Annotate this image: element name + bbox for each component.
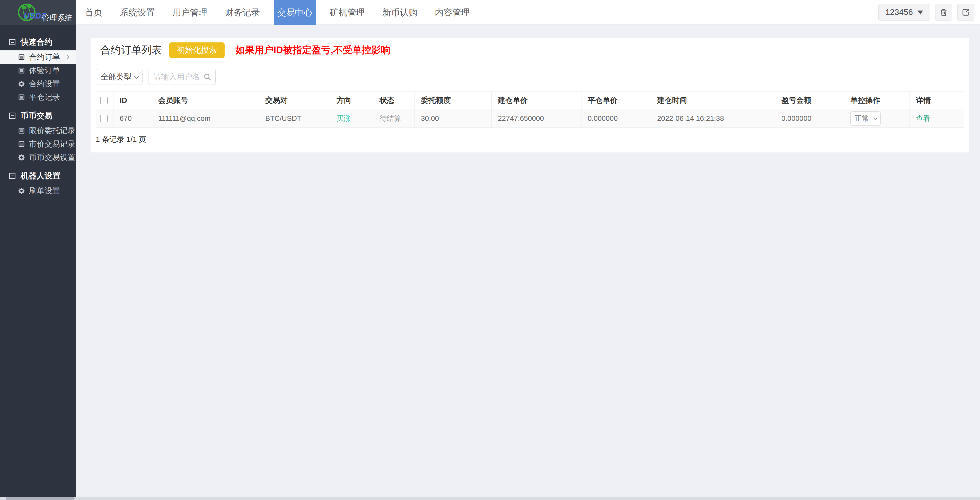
detail-link[interactable]: 查看 bbox=[916, 114, 930, 122]
gear-icon bbox=[18, 187, 25, 194]
sidebar-section-label: 机器人设置 bbox=[21, 170, 60, 181]
chevron-down-icon bbox=[874, 116, 877, 119]
cell-open_time: 2022-06-14 16:21:38 bbox=[651, 109, 775, 128]
column-header: 会员账号 bbox=[152, 92, 259, 109]
collapse-icon bbox=[9, 39, 16, 45]
sidebar-item-label: 平仓记录 bbox=[29, 92, 60, 103]
cell-direction: 买涨 bbox=[330, 109, 373, 128]
content-card: 合约订单列表 初始化搜索 如果用户ID被指定盈亏,不受单控影响 全部类型 ID会… bbox=[91, 38, 969, 152]
column-header: 方向 bbox=[330, 92, 373, 109]
sidebar-section: 快速合约合约订单›体验订单合约设置平仓记录 bbox=[0, 34, 76, 104]
sidebar-item-市价交易记录[interactable]: 市价交易记录 bbox=[0, 137, 76, 151]
sidebar-menu: 快速合约合约订单›体验订单合约设置平仓记录币币交易限价委托记录市价交易记录币币交… bbox=[0, 25, 76, 197]
cell-id: 670 bbox=[113, 109, 152, 128]
column-header: 建仓时间 bbox=[651, 92, 775, 109]
sidebar-item-label: 刷单设置 bbox=[29, 186, 60, 196]
filter-row: 全部类型 bbox=[91, 62, 969, 92]
cell-pair: BTC/USDT bbox=[259, 109, 330, 128]
sidebar-section-label: 币币交易 bbox=[21, 110, 52, 121]
sidebar-section-title[interactable]: 币币交易 bbox=[0, 108, 76, 124]
cell-profit: 0.000000 bbox=[775, 109, 844, 128]
sidebar-item-体验订单[interactable]: 体验订单 bbox=[0, 64, 76, 77]
control-select[interactable]: 正常 bbox=[850, 111, 881, 126]
sidebar-section: 币币交易限价委托记录市价交易记录币币交易设置 bbox=[0, 108, 76, 164]
top-nav-item[interactable]: 财务记录 bbox=[221, 0, 264, 25]
top-nav-item[interactable]: 交易中心 bbox=[274, 0, 316, 25]
collapse-icon bbox=[9, 113, 16, 119]
list-icon bbox=[18, 127, 25, 134]
scrollbar-thumb[interactable] bbox=[6, 497, 75, 500]
collapse-icon bbox=[9, 173, 16, 179]
topbar-actions: 123456 bbox=[878, 4, 974, 21]
cell-status: 待结算 bbox=[373, 109, 415, 128]
page-title: 合约订单列表 bbox=[100, 43, 162, 57]
trash-icon bbox=[939, 8, 948, 17]
column-header: 单控操作 bbox=[844, 92, 910, 109]
orders-table: ID会员账号交易对方向状态委托额度建仓单价平仓单价建仓时间盈亏金额单控操作详情 … bbox=[96, 92, 964, 128]
sidebar-item-label: 合约设置 bbox=[29, 79, 60, 89]
list-icon bbox=[18, 141, 25, 148]
orders-table-wrap: ID会员账号交易对方向状态委托额度建仓单价平仓单价建仓时间盈亏金额单控操作详情 … bbox=[96, 92, 964, 128]
control-select-value: 正常 bbox=[855, 114, 869, 124]
sidebar-item-限价委托记录[interactable]: 限价委托记录 bbox=[0, 124, 76, 137]
warning-text: 如果用户ID被指定盈亏,不受单控影响 bbox=[235, 44, 390, 57]
sidebar-item-label: 合约订单 bbox=[29, 52, 60, 62]
top-nav-item[interactable]: 用户管理 bbox=[169, 0, 211, 25]
column-header: 平仓单价 bbox=[581, 92, 651, 109]
type-select[interactable]: 全部类型 bbox=[96, 69, 143, 85]
top-bar: 首页系统设置用户管理财务记录交易中心矿机管理新币认购内容管理 123456 bbox=[76, 0, 980, 25]
sidebar-section-label: 快速合约 bbox=[21, 37, 52, 48]
sidebar-item-label: 体验订单 bbox=[29, 65, 60, 76]
sidebar-item-合约设置[interactable]: 合约设置 bbox=[0, 77, 76, 90]
trash-button[interactable] bbox=[935, 4, 952, 21]
cell-open_price: 22747.650000 bbox=[492, 109, 581, 128]
gear-icon bbox=[18, 81, 25, 87]
column-header: 建仓单价 bbox=[492, 92, 581, 109]
sidebar-section-title[interactable]: 快速合约 bbox=[0, 34, 76, 51]
type-select-value: 全部类型 bbox=[100, 72, 132, 82]
pagination-info: 1 条记录 1/1 页 bbox=[91, 128, 969, 152]
column-header: 详情 bbox=[910, 92, 964, 109]
app-name: 管理系统 bbox=[42, 13, 73, 24]
column-header: 交易对 bbox=[259, 92, 330, 109]
sidebar-item-label: 币币交易设置 bbox=[29, 152, 75, 163]
cell-detail_label: 查看 bbox=[910, 109, 964, 128]
status-text: 待结算 bbox=[380, 114, 401, 122]
column-header: 委托额度 bbox=[415, 92, 492, 109]
table-header-row: ID会员账号交易对方向状态委托额度建仓单价平仓单价建仓时间盈亏金额单控操作详情 bbox=[96, 92, 964, 109]
user-dropdown-label: 123456 bbox=[885, 8, 913, 17]
top-nav-item[interactable]: 矿机管理 bbox=[326, 0, 368, 25]
sidebar-item-合约订单[interactable]: 合约订单› bbox=[0, 51, 76, 64]
caret-down-icon bbox=[918, 11, 923, 14]
horizontal-scrollbar[interactable] bbox=[0, 497, 980, 500]
sidebar: USDZ 管理系统 快速合约合约订单›体验订单合约设置平仓记录币币交易限价委托记… bbox=[0, 0, 76, 500]
title-row: 合约订单列表 初始化搜索 如果用户ID被指定盈亏,不受单控影响 bbox=[91, 38, 969, 62]
sidebar-item-刷单设置[interactable]: 刷单设置 bbox=[0, 184, 76, 197]
logout-button[interactable] bbox=[957, 4, 974, 21]
cell-control_value: 正常 bbox=[844, 109, 910, 128]
search-icon bbox=[203, 73, 212, 81]
select-all-checkbox[interactable] bbox=[100, 97, 108, 104]
list-icon bbox=[18, 67, 25, 74]
search-box bbox=[148, 69, 216, 85]
cell-close_price: 0.000000 bbox=[581, 109, 651, 128]
top-nav-item[interactable]: 内容管理 bbox=[431, 0, 473, 25]
row-checkbox[interactable] bbox=[100, 115, 108, 122]
column-header: 状态 bbox=[373, 92, 415, 109]
user-dropdown-button[interactable]: 123456 bbox=[878, 4, 930, 21]
sidebar-item-币币交易设置[interactable]: 币币交易设置 bbox=[0, 151, 76, 164]
list-icon bbox=[18, 54, 25, 61]
column-header: 盈亏金额 bbox=[775, 92, 844, 109]
app-logo[interactable]: USDZ 管理系统 bbox=[0, 0, 76, 25]
column-header: ID bbox=[113, 92, 152, 109]
chevron-down-icon bbox=[134, 74, 139, 79]
sidebar-item-label: 市价交易记录 bbox=[29, 139, 75, 149]
sidebar-section-title[interactable]: 机器人设置 bbox=[0, 168, 76, 184]
list-icon bbox=[18, 94, 25, 101]
init-search-button[interactable]: 初始化搜索 bbox=[169, 43, 224, 58]
top-nav-item[interactable]: 新币认购 bbox=[379, 0, 421, 25]
top-nav-item[interactable]: 系统设置 bbox=[116, 0, 159, 25]
sidebar-item-平仓记录[interactable]: 平仓记录 bbox=[0, 90, 76, 104]
table-row: 670111111@qq.comBTC/USDT买涨待结算30.0022747.… bbox=[96, 109, 964, 128]
top-nav-item[interactable]: 首页 bbox=[81, 0, 106, 25]
